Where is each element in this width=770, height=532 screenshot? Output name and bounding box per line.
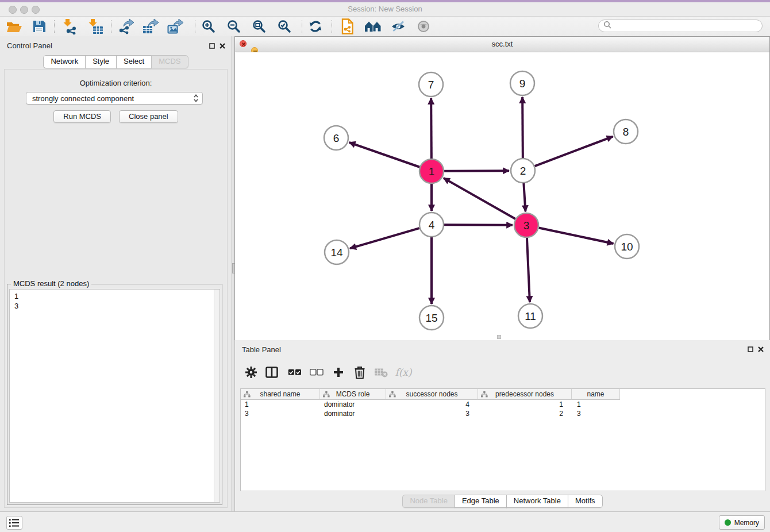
float-table-panel-icon[interactable] (747, 346, 754, 353)
toolbar-separator (332, 20, 332, 33)
graph-node-11[interactable]: 11 (518, 304, 542, 328)
main-toolbar (0, 17, 770, 37)
graph-edge-2-3[interactable] (523, 183, 525, 211)
criterion-dropdown[interactable]: strongly connected component (26, 92, 203, 105)
search-icon (603, 21, 611, 31)
tab-edge-table[interactable]: Edge Table (455, 495, 507, 508)
close-table-panel-icon[interactable] (757, 346, 764, 353)
canvas-resize-grip[interactable] (497, 335, 501, 339)
tab-select[interactable]: Select (116, 55, 152, 68)
graph-node-2[interactable]: 2 (511, 159, 535, 183)
graph-node-15[interactable]: 15 (419, 306, 444, 330)
run-mcds-button[interactable]: Run MCDS (53, 110, 111, 123)
graph-edge-2-8[interactable] (535, 137, 613, 167)
list-icon (9, 518, 20, 527)
svg-text:4: 4 (429, 219, 435, 231)
graph-node-9[interactable]: 9 (510, 71, 534, 95)
float-panel-icon[interactable] (209, 43, 215, 49)
export-network-icon[interactable] (117, 17, 135, 36)
column-header-shared-name[interactable]: shared name (241, 389, 320, 400)
control-panel-tabs: Network Style Select MCDS (0, 55, 232, 68)
select-all-icon[interactable] (288, 369, 302, 376)
import-table-icon[interactable] (86, 17, 105, 36)
mcds-panel: Optimization criterion: strongly connect… (4, 69, 228, 508)
zoom-out-icon[interactable] (225, 17, 243, 36)
status-bar: Memory (0, 511, 770, 532)
tab-network[interactable]: Network (43, 55, 86, 68)
search-input[interactable] (614, 21, 762, 30)
memory-label: Memory (734, 519, 759, 527)
houses-icon[interactable] (364, 17, 382, 36)
tab-node-table[interactable]: Node Table (402, 495, 455, 508)
zoom-fit-icon[interactable] (250, 17, 268, 36)
graph-edge-1-2[interactable] (444, 171, 509, 171)
tab-style[interactable]: Style (85, 55, 117, 68)
svg-text:2: 2 (520, 165, 526, 177)
task-history-button[interactable] (6, 516, 22, 530)
open-folder-icon[interactable] (5, 17, 23, 36)
tree-icon (323, 391, 330, 399)
result-line: 3 (14, 301, 215, 311)
graph-edge-3-10[interactable] (539, 228, 614, 244)
graph-node-10[interactable]: 10 (615, 234, 639, 259)
import-network-icon[interactable] (61, 17, 79, 36)
graph-edge-1-6[interactable] (349, 142, 420, 167)
graph-edge-4-3[interactable] (444, 225, 513, 225)
export-table-icon[interactable] (141, 17, 160, 36)
column-header-mcds-role[interactable]: MCDS role (320, 389, 386, 400)
graph-node-7[interactable]: 7 (419, 72, 443, 97)
tree-icon (244, 391, 251, 399)
memory-button[interactable]: Memory (719, 515, 765, 530)
table-tabs: Node Table Edge Table Network Table Moti… (235, 495, 770, 508)
unselect-all-icon[interactable] (310, 369, 324, 376)
delete-table-icon-disabled (374, 367, 388, 377)
node-table[interactable]: shared name MCDS role successor nodes pr… (240, 388, 765, 491)
search-box[interactable] (598, 20, 763, 32)
graph-edge-2-9[interactable] (522, 97, 523, 158)
network-canvas[interactable]: 7968124314101511 (235, 52, 769, 340)
graph-edge-3-1[interactable] (444, 178, 515, 219)
graph-node-6[interactable]: 6 (324, 126, 348, 150)
show-column-icon[interactable] (265, 367, 278, 378)
network-window-titlebar[interactable]: scc.txt (235, 37, 769, 52)
mcds-result-list[interactable]: 1 3 (9, 289, 220, 503)
export-image-icon[interactable] (166, 17, 184, 36)
svg-text:15: 15 (425, 312, 437, 324)
column-header-name[interactable]: name (572, 389, 620, 400)
tab-mcds[interactable]: MCDS (151, 55, 188, 68)
graph-edge-1-7[interactable] (431, 98, 432, 159)
graph-edge-4-14[interactable] (350, 228, 419, 248)
table-row[interactable]: 1 dominator 4 1 1 (241, 400, 765, 409)
close-panel-button[interactable]: Close panel (119, 110, 178, 123)
result-scrollbar[interactable] (214, 290, 220, 502)
table-row[interactable]: 3 dominator 3 2 3 (241, 409, 765, 418)
svg-text:11: 11 (525, 310, 536, 322)
column-header-predecessor-nodes[interactable]: predecessor nodes (478, 389, 572, 400)
tree-icon (389, 391, 396, 399)
toolbar-separator (54, 20, 55, 33)
graph-node-14[interactable]: 14 (325, 240, 349, 264)
add-row-icon[interactable] (333, 367, 344, 378)
svg-text:9: 9 (519, 78, 526, 90)
refresh-icon[interactable] (306, 17, 325, 36)
graph-node-3[interactable]: 3 (514, 213, 538, 237)
graph-node-8[interactable]: 8 (614, 119, 638, 144)
table-header-row: shared name MCDS role successor nodes pr… (241, 389, 765, 400)
graph-node-4[interactable]: 4 (419, 213, 444, 237)
delete-row-icon[interactable] (354, 365, 365, 379)
dropdown-stepper-icon (193, 94, 199, 103)
graph-node-1[interactable]: 1 (419, 159, 444, 183)
save-icon[interactable] (30, 17, 48, 36)
tree-icon (481, 391, 488, 399)
document-share-icon[interactable] (338, 17, 357, 36)
zoom-selected-icon[interactable] (275, 17, 294, 36)
tab-motifs[interactable]: Motifs (568, 495, 603, 508)
graph-edge-3-11[interactable] (527, 238, 530, 302)
tab-network-table[interactable]: Network Table (506, 495, 568, 508)
close-panel-icon[interactable] (219, 43, 226, 49)
hide-eye-icon[interactable] (389, 17, 407, 36)
eye-disabled-icon[interactable] (414, 17, 433, 36)
settings-gear-icon[interactable] (245, 366, 257, 379)
zoom-in-icon[interactable] (199, 17, 218, 36)
column-header-successor-nodes[interactable]: successor nodes (386, 389, 478, 400)
